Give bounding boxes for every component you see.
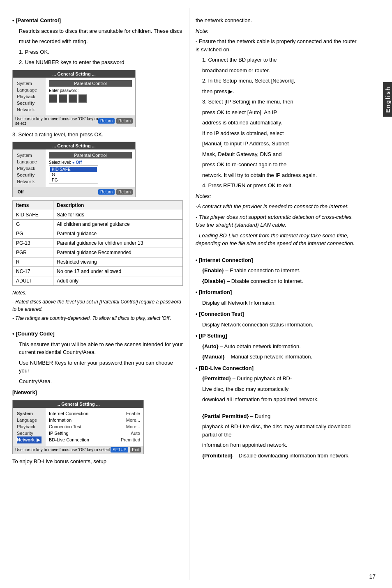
- table-row: PGParental guidance: [13, 229, 183, 239]
- network-row-label: IP Setting: [49, 431, 102, 436]
- network-row-label: BD-Live Connection: [49, 437, 102, 442]
- table-row: NC-17No one 17 and under allowed: [13, 267, 183, 276]
- permitted-desc2: Live disc, the disc may automatically: [202, 385, 362, 393]
- table-cell-item: R: [13, 257, 53, 267]
- auto-key: Auto: [204, 343, 217, 349]
- information-title: [Information]: [199, 289, 232, 295]
- country-code-desc3: Country/Area.: [19, 377, 183, 386]
- connection-test-title: [Connection Test]: [199, 311, 244, 317]
- note-ensure: - Ensure that the network cable is prope…: [196, 37, 362, 53]
- table-cell-desc: Parental guidance Recommended: [53, 248, 183, 257]
- btn-return2b[interactable]: Return: [116, 189, 133, 195]
- table-cell-desc: All children and general guidance: [53, 220, 183, 229]
- pwd-box3: [69, 94, 77, 103]
- internet-conn-title: [Internet Connection]: [199, 257, 253, 263]
- prohibited-desc: – Disable downloading information from n…: [234, 452, 350, 459]
- network-footer: Use cursor key to move focus,use 'OK' ke…: [13, 446, 143, 454]
- sidebar2-language: Language: [17, 158, 42, 165]
- table-cell-item: NC-17: [13, 267, 53, 276]
- ip-setting-section: [IP Setting] {Auto} – Auto obtain networ…: [196, 332, 362, 361]
- right-step3c: address is obtained automatically.: [202, 119, 362, 127]
- table-cell-item: PG: [13, 229, 53, 239]
- page-number: 17: [369, 573, 376, 580]
- to-enjoy: To enjoy BD-Live bonus contents, setup: [12, 457, 183, 466]
- setting-box1-title: ... General Setting ...: [13, 70, 135, 78]
- parental-control-title: [Parental Control]: [16, 17, 61, 23]
- network-row: BD-Live ConnectionPremitted: [49, 436, 140, 443]
- network-sidebar: System Language Playback Security Networ…: [13, 408, 46, 446]
- setting-box2-title: ... General Setting ...: [13, 142, 135, 149]
- table-col2-header: Description: [53, 201, 183, 210]
- disable-desc: – Disable connection to internet.: [227, 278, 303, 284]
- btn-return1[interactable]: Return: [98, 118, 115, 124]
- pwd-box2: [59, 94, 67, 103]
- level-list: KID SAFE G PG: [49, 165, 98, 184]
- auto-desc: – Auto obtain network information.: [220, 343, 301, 349]
- network-footer-text: Use cursor key to move focus,use 'OK' ke…: [15, 448, 110, 452]
- enable-key: Enable: [204, 267, 222, 273]
- network-rows: Internet ConnectionEnableInformationMore…: [49, 410, 140, 443]
- password-label: Enter password:: [49, 88, 132, 93]
- btn-setup[interactable]: SETUP: [111, 447, 128, 452]
- network-row-value: More...: [126, 424, 140, 429]
- parental-control-desc2: must be recorded with rating.: [19, 37, 183, 46]
- prohibited-key: Prohibited: [204, 452, 231, 459]
- table-row: PG-13Parental guidance for children unde…: [13, 239, 183, 248]
- sidebar-network1: Networ k: [17, 106, 42, 113]
- table-cell-item: KID SAFE: [13, 210, 53, 220]
- notes-label: Notes:: [12, 289, 183, 296]
- rating-table: Items Description KID SAFESafe for kidsG…: [12, 200, 183, 286]
- network-footer-btns: SETUP Exit: [111, 447, 141, 452]
- table-row: KID SAFESafe for kids: [13, 210, 183, 220]
- partial-desc3: information from appointed network.: [202, 441, 362, 449]
- general-setting-box2: ... General Setting ... System Language …: [12, 142, 136, 197]
- disable-key: Disable: [204, 278, 223, 284]
- step3: 3. Select a rating level, then press OK.: [12, 131, 183, 139]
- manual-key: Manual: [204, 354, 223, 360]
- level-g[interactable]: G: [50, 172, 97, 177]
- network-main: Internet ConnectionEnableInformationMore…: [46, 408, 143, 446]
- sidebar-language: Language: [17, 87, 42, 93]
- network-connection-text: the network connection.: [196, 16, 362, 25]
- table-cell-item: PGR: [13, 248, 53, 257]
- btn-return1b[interactable]: Return: [116, 118, 133, 124]
- table-cell-desc: Parental guidance: [53, 229, 183, 239]
- setting-main2: Parental Control Select level: ● Off KID…: [46, 149, 135, 187]
- footer-btns2: Return Return: [98, 189, 133, 195]
- ip-setting-title: [IP Setting]: [199, 333, 227, 339]
- manual-desc: – Manual setup network information.: [226, 354, 313, 360]
- pwd-box4: [78, 94, 87, 103]
- partial-desc1: – During: [250, 413, 270, 419]
- panel-title2: Parental Control: [49, 152, 132, 158]
- network-row-value: Premitted: [121, 437, 140, 442]
- table-cell-item: PG-13: [13, 239, 53, 248]
- information-desc: Display all Network Informaion.: [202, 299, 362, 307]
- sidebar2-network: Networ k: [17, 178, 42, 185]
- table-cell-desc: Parental guidance for children under 13: [53, 239, 183, 248]
- network-row: Internet ConnectionEnable: [49, 410, 140, 417]
- country-code-section: [Country Code] This ensures that you wil…: [12, 330, 183, 385]
- table-cell-desc: No one 17 and under allowed: [53, 267, 183, 276]
- setting-sidebar2: System Language Playback Security Networ…: [13, 149, 46, 187]
- country-code-desc2: Use NUMBER Keys to enter your password,t…: [19, 359, 183, 375]
- language-tab: English: [383, 82, 392, 117]
- table-cell-item: ADULT: [13, 276, 53, 286]
- partial-desc2: playback of BD-Live disc, the disc may a…: [202, 423, 362, 439]
- table-cell-desc: Safe for kids: [53, 210, 183, 220]
- table-cell-desc: Adult only: [53, 276, 183, 286]
- btn-exit[interactable]: Exit: [130, 447, 141, 452]
- partial-key: Partial Permitted: [204, 413, 247, 419]
- right-step3: 3. Select [IP Setting] in the menu, then: [202, 98, 362, 106]
- panel-title1: Parental Control: [49, 80, 132, 87]
- net-sidebar-network[interactable]: Network ▶: [17, 436, 42, 443]
- permitted-desc1: – During playback of BD-: [233, 375, 292, 381]
- network-row-label: Internet Connection: [49, 411, 102, 416]
- btn-return2[interactable]: Return: [98, 189, 115, 195]
- level-kid-safe[interactable]: KID SAFE: [50, 167, 97, 172]
- off-label: Off: [15, 188, 26, 195]
- parental-control-step1: 1. Press OK.: [19, 48, 183, 56]
- pwd-box1: [49, 94, 57, 103]
- general-setting-box1: ... General Setting ... System Language …: [12, 70, 136, 127]
- table-row: RRestricted viewing: [13, 257, 183, 267]
- level-pg[interactable]: PG: [50, 177, 97, 183]
